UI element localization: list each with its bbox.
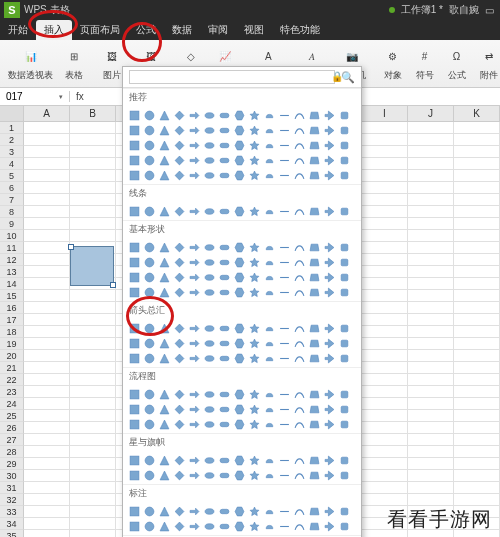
cell[interactable] (24, 422, 70, 434)
shape-option[interactable] (232, 255, 246, 269)
shape-option[interactable] (157, 417, 171, 431)
row-header[interactable]: 26 (0, 422, 24, 434)
shape-option[interactable] (247, 351, 261, 365)
row-header[interactable]: 4 (0, 158, 24, 170)
shape-option[interactable] (307, 108, 321, 122)
shape-option[interactable] (217, 138, 231, 152)
shape-option[interactable] (127, 204, 141, 218)
cell[interactable] (454, 338, 500, 350)
shape-option[interactable] (187, 351, 201, 365)
cell[interactable] (362, 302, 408, 314)
row-header[interactable]: 29 (0, 458, 24, 470)
cell[interactable] (454, 314, 500, 326)
cell[interactable] (70, 338, 116, 350)
ribbon-表格[interactable]: ⊞表格 (59, 44, 89, 84)
shape-option[interactable] (292, 138, 306, 152)
cell[interactable] (24, 218, 70, 230)
shape-option[interactable] (337, 138, 351, 152)
cell[interactable] (24, 338, 70, 350)
cell[interactable] (408, 278, 454, 290)
row-header[interactable]: 17 (0, 314, 24, 326)
cell[interactable] (454, 278, 500, 290)
shape-option[interactable] (322, 240, 336, 254)
shape-option[interactable] (157, 153, 171, 167)
shape-option[interactable] (172, 168, 186, 182)
cell[interactable] (70, 158, 116, 170)
cell[interactable] (24, 350, 70, 362)
shape-option[interactable] (142, 402, 156, 416)
shape-option[interactable] (127, 153, 141, 167)
cell[interactable] (24, 278, 70, 290)
shape-option[interactable] (292, 468, 306, 482)
shape-option[interactable] (262, 351, 276, 365)
cell[interactable] (454, 242, 500, 254)
shape-option[interactable] (202, 453, 216, 467)
shape-option[interactable] (232, 417, 246, 431)
shape-option[interactable] (337, 402, 351, 416)
shape-option[interactable] (202, 321, 216, 335)
shape-option[interactable] (127, 168, 141, 182)
cell[interactable] (408, 446, 454, 458)
ribbon-对象[interactable]: ⚙对象 (378, 44, 408, 84)
ribbon-数据透视表[interactable]: 📊数据透视表 (4, 44, 57, 84)
row-header[interactable]: 12 (0, 254, 24, 266)
cell[interactable] (70, 386, 116, 398)
shape-option[interactable] (202, 417, 216, 431)
cell[interactable] (70, 458, 116, 470)
shape-option[interactable] (157, 468, 171, 482)
shape-option[interactable] (262, 204, 276, 218)
shape-option[interactable] (322, 468, 336, 482)
shape-option[interactable] (157, 270, 171, 284)
shape-option[interactable] (322, 402, 336, 416)
shape-option[interactable] (232, 123, 246, 137)
shape-option[interactable] (202, 387, 216, 401)
tab-开始[interactable]: 开始 (0, 20, 36, 40)
shape-option[interactable] (337, 123, 351, 137)
shape-option[interactable] (322, 504, 336, 518)
cell[interactable] (24, 158, 70, 170)
row-header[interactable]: 7 (0, 194, 24, 206)
shape-option[interactable] (277, 336, 291, 350)
shape-option[interactable] (277, 519, 291, 533)
cell[interactable] (362, 386, 408, 398)
shape-option[interactable] (247, 138, 261, 152)
shape-option[interactable] (322, 387, 336, 401)
shape-option[interactable] (247, 153, 261, 167)
cell[interactable] (24, 494, 70, 506)
shape-option[interactable] (247, 504, 261, 518)
shape-option[interactable] (322, 336, 336, 350)
shape-option[interactable] (307, 270, 321, 284)
shape-option[interactable] (262, 402, 276, 416)
cell[interactable] (454, 182, 500, 194)
shape-option[interactable] (172, 504, 186, 518)
cell[interactable] (362, 434, 408, 446)
shape-option[interactable] (307, 402, 321, 416)
cell[interactable] (24, 146, 70, 158)
shape-option[interactable] (217, 336, 231, 350)
shape-option[interactable] (157, 138, 171, 152)
ribbon-符号[interactable]: #符号 (410, 44, 440, 84)
shape-option[interactable] (337, 468, 351, 482)
shape-option[interactable] (322, 204, 336, 218)
shape-option[interactable] (127, 468, 141, 482)
shape-option[interactable] (232, 387, 246, 401)
cell[interactable] (454, 434, 500, 446)
shape-option[interactable] (187, 417, 201, 431)
cell[interactable] (408, 218, 454, 230)
shape-option[interactable] (277, 123, 291, 137)
row-header[interactable]: 15 (0, 290, 24, 302)
shape-option[interactable] (202, 504, 216, 518)
row-header[interactable]: 23 (0, 386, 24, 398)
shape-option[interactable] (307, 204, 321, 218)
shape-option[interactable] (172, 270, 186, 284)
shape-option[interactable] (202, 351, 216, 365)
shape-option[interactable] (142, 453, 156, 467)
shape-option[interactable] (337, 240, 351, 254)
shape-option[interactable] (322, 153, 336, 167)
cell[interactable] (454, 254, 500, 266)
shape-option[interactable] (247, 270, 261, 284)
shape-option[interactable] (307, 519, 321, 533)
row-header[interactable]: 33 (0, 506, 24, 518)
shape-option[interactable] (232, 138, 246, 152)
shape-option[interactable] (172, 519, 186, 533)
